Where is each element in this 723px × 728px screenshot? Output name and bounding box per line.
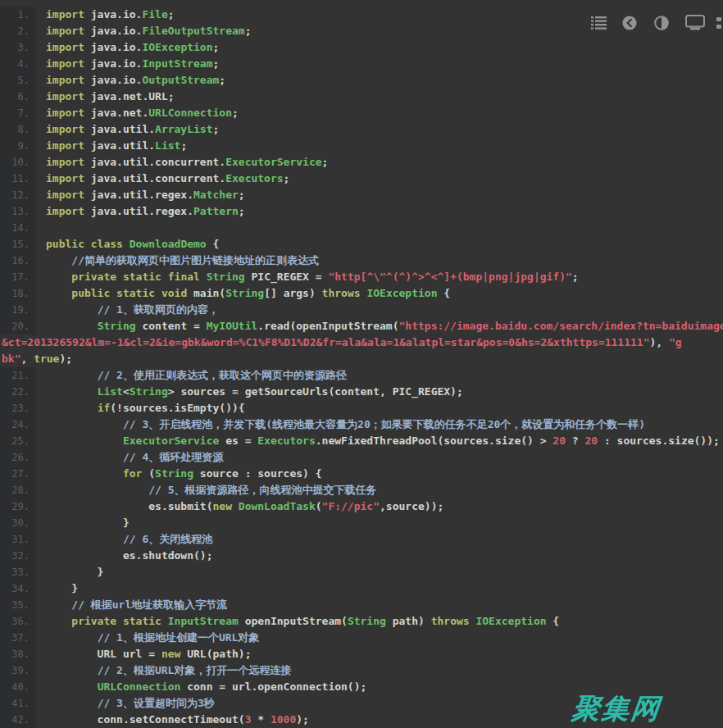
code-segment: import	[46, 74, 84, 86]
code-segment: final	[168, 271, 200, 283]
code-text: }	[36, 582, 78, 594]
code-line: 17. private static final String PIC_REGE…	[0, 269, 723, 285]
code-segment	[46, 418, 123, 430]
code-segment	[46, 484, 148, 496]
code-segment: ;	[180, 139, 187, 152]
back-circle-icon[interactable]	[622, 16, 637, 34]
code-text: import java.util.concurrent.Executors;	[36, 172, 289, 184]
code-line: 26. // 4、循环处理资源	[0, 449, 723, 466]
code-text: import java.util.regex.Matcher;	[36, 189, 245, 201]
code-segment: new	[161, 648, 180, 660]
code-text: // 3、设置超时间为3秒	[36, 697, 215, 709]
code-text: import java.util.regex.Pattern;	[36, 205, 245, 217]
code-segment: : sources.size());	[598, 435, 720, 447]
code-segment: java.util.	[84, 139, 155, 152]
code-text: import java.util.concurrent.ExecutorServ…	[36, 156, 328, 168]
code-segment	[161, 271, 168, 283]
code-segment: ;	[213, 57, 220, 70]
code-segment: DownLoadTask	[239, 500, 316, 512]
code-segment: File	[142, 8, 167, 20]
display-icon[interactable]	[685, 15, 705, 34]
code-segment	[46, 254, 71, 266]
code-segment: String	[348, 615, 386, 627]
overflow-icon[interactable]	[716, 16, 723, 33]
code-segment	[46, 631, 98, 644]
line-number: 38.	[0, 646, 36, 662]
code-segment: static	[123, 615, 161, 627]
contrast-icon[interactable]	[654, 16, 669, 34]
code-line: 31. // 6、关闭线程池	[0, 531, 723, 548]
code-segment: }	[46, 582, 78, 594]
code-segment: MyIOUtil	[207, 320, 258, 332]
code-segment: ?	[566, 435, 584, 447]
line-number: 14.	[0, 220, 36, 236]
code-segment: es.submit(	[46, 500, 213, 512]
code-line-continuation: &ct=201326592&lm=-1&cl=2&ie=gbk&word=%C1…	[0, 334, 723, 351]
code-segment	[46, 385, 98, 398]
code-segment: java.util.	[84, 123, 155, 135]
code-segment: static	[116, 287, 155, 299]
code-segment: import	[46, 25, 84, 37]
code-segment: java.io.	[84, 57, 142, 70]
code-line: 8.import java.util.ArrayList;	[0, 121, 723, 138]
code-segment	[46, 664, 98, 676]
code-segment: static	[123, 271, 161, 283]
code-text: &ct=201326592&lm=-1&cl=2&ie=gbk&word=%C1…	[0, 336, 682, 348]
code-segment: 20	[552, 435, 566, 447]
code-segment: java.util.concurrent.	[84, 172, 225, 184]
line-number: 36.	[0, 613, 36, 630]
code-segment: }	[46, 516, 130, 529]
code-text: // 根据url地址获取输入字节流	[36, 598, 227, 611]
code-segment	[155, 287, 161, 299]
code-line: 29. es.submit(new DownLoadTask("F://pic"…	[0, 498, 723, 515]
code-line-continuation: bk", true);	[0, 351, 723, 367]
code-segment: URLConnection	[148, 107, 232, 119]
code-segment: (!sources.isEmpty()){	[110, 402, 244, 414]
code-text: ExecutorService es = Executors.newFixedT…	[36, 435, 720, 447]
code-segment: // 1、根据地址创建一个URL对象	[98, 631, 260, 644]
code-line: 13.import java.util.regex.Pattern;	[0, 203, 723, 220]
code-segment: [] args)	[264, 287, 321, 299]
code-segment: ;	[168, 8, 175, 20]
code-line: 19. // 1、获取网页的内容，	[0, 302, 723, 318]
code-segment: );	[296, 713, 309, 726]
line-number: 1.	[0, 7, 36, 23]
code-line: 2.import java.io.FileOutputStream;	[0, 23, 723, 39]
code-text: for (String source : sources) {	[36, 467, 322, 480]
code-text: import java.net.URLConnection;	[36, 107, 239, 119]
code-segment: conn = url.openConnection();	[180, 680, 366, 693]
code-line: 22. List<String> sources = getSourceUrls…	[0, 384, 723, 400]
code-line: 1.import java.io.File;	[0, 7, 723, 23]
code-segment: <	[123, 385, 130, 398]
code-text: if(!sources.isEmpty()){	[36, 402, 245, 414]
code-line: 12.import java.util.regex.Matcher;	[0, 187, 723, 203]
code-segment	[46, 435, 123, 447]
code-segment: {	[547, 615, 560, 627]
code-segment: );	[59, 353, 72, 365]
list-icon[interactable]	[591, 16, 607, 33]
line-number: 32.	[0, 548, 36, 564]
code-segment: > sources = getSourceUrls(content, PIC_R…	[168, 385, 463, 398]
code-segment: java.util.concurrent.	[84, 156, 225, 168]
code-text: import java.io.OutputStream;	[36, 74, 225, 86]
line-number: 2.	[0, 23, 36, 39]
line-number: 9.	[0, 138, 36, 154]
code-text: import java.io.InputStream;	[36, 57, 219, 70]
code-segment: ,source));	[380, 500, 443, 512]
code-segment: PIC_REGEX =	[245, 271, 329, 283]
code-line: 6.import java.net.URL;	[0, 89, 723, 105]
line-number: 23.	[0, 400, 36, 416]
code-segment: java.util.regex.	[84, 189, 193, 201]
code-segment: path)	[386, 615, 431, 627]
code-segment: URLConnection	[98, 680, 181, 693]
code-segment: import	[46, 172, 84, 184]
code-segment: ;	[213, 41, 220, 53]
code-segment: import	[46, 57, 84, 70]
code-segment: InputStream	[142, 57, 212, 70]
code-segment: new	[213, 500, 232, 512]
code-segment: // 3、开启线程池，并发下载(线程池最大容量为20；如果要下载的任务不足20个…	[123, 418, 645, 430]
line-number: 40.	[0, 679, 36, 695]
line-number: 5.	[0, 72, 36, 89]
line-number: 13.	[0, 203, 36, 220]
code-segment: java.io.	[84, 8, 142, 20]
